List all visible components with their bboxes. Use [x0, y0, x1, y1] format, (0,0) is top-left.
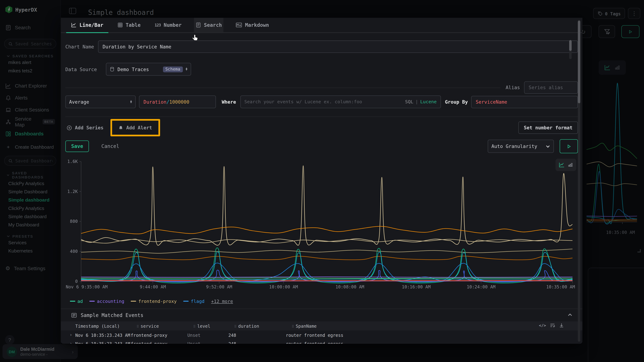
- tab-markdown[interactable]: Markdown: [234, 18, 271, 32]
- legend-item[interactable]: flagd: [183, 299, 204, 304]
- event-timestamp: Nov 6 10:35:23.243 AM: [75, 341, 131, 344]
- cancel-button[interactable]: Cancel: [102, 143, 119, 149]
- table-icon: [117, 22, 123, 28]
- collapse-section-button[interactable]: [568, 312, 572, 319]
- legend-swatch: [183, 301, 189, 302]
- schema-badge: Schema: [163, 66, 183, 72]
- chevron-up-icon: [568, 312, 572, 317]
- svg-text:Nov 6 9:35:00 AM: Nov 6 9:35:00 AM: [66, 284, 108, 289]
- legend-swatch: [70, 301, 75, 302]
- legend-item[interactable]: ad: [70, 299, 83, 304]
- event-duration: 248: [228, 341, 286, 344]
- column-header[interactable]: Timestamp (Local): [75, 324, 136, 329]
- alias-label: Alias: [506, 85, 520, 90]
- sample-events-title: Sample Matched Events: [81, 312, 144, 318]
- svg-text:0: 0: [75, 279, 78, 284]
- 123-icon: 123: [155, 23, 161, 27]
- event-row[interactable]: › Nov 6 10:35:23.243 AM frontend-proxy U…: [61, 331, 582, 339]
- data-source-select[interactable]: Demo Traces Schema ▲▼: [106, 63, 191, 76]
- download-icon[interactable]: [559, 323, 564, 328]
- where-label: Where: [222, 99, 236, 105]
- where-search-input[interactable]: Search your events w/ Lucene ex. column:…: [240, 95, 441, 108]
- where-placeholder: Search your events w/ Lucene ex. column:…: [244, 99, 403, 105]
- chevron-down-icon: [546, 144, 550, 149]
- formula-field: Duration: [144, 99, 166, 105]
- sample-events-section: Sample Matched Events Timestamp (Local) …: [61, 309, 582, 344]
- chart-name-input[interactable]: [98, 40, 578, 53]
- granularity-select[interactable]: Auto Granularity: [488, 140, 554, 153]
- chart-type-tabs: Line/Bar Table 123 Number Search Markdow…: [61, 18, 582, 33]
- markdown-icon: [236, 22, 242, 28]
- select-arrows-icon: ▲▼: [130, 100, 132, 103]
- chart-legend: ad accounting frontend-proxy flagd +12 m…: [70, 297, 578, 305]
- svg-text:10:24:00 AM: 10:24:00 AM: [467, 284, 496, 289]
- expand-row-icon[interactable]: ›: [70, 341, 75, 344]
- drag-handle-icon[interactable]: ⠿: [234, 325, 237, 328]
- data-source-label: Data Source: [65, 66, 106, 72]
- events-table-header: Timestamp (Local) ⠿service ⠿level ⠿durat…: [61, 322, 582, 331]
- drag-handle-icon[interactable]: ⠿: [193, 325, 196, 328]
- bell-icon: [118, 125, 124, 130]
- add-series-button[interactable]: Add Series: [66, 125, 104, 130]
- value-expression-input[interactable]: Duration/1000000: [139, 95, 216, 108]
- group-by-value: ServiceName: [476, 99, 507, 105]
- event-timestamp: Nov 6 10:35:23.243 AM: [75, 332, 131, 337]
- event-service: frontend-proxy: [131, 341, 188, 344]
- add-alert-button[interactable]: Add Alert: [118, 125, 152, 130]
- event-span-name: router frontend egress: [286, 341, 582, 344]
- database-icon: [110, 66, 115, 72]
- svg-text:9:44:00 AM: 9:44:00 AM: [140, 284, 166, 289]
- edit-chart-modal: Line/Bar Table 123 Number Search Markdow…: [61, 18, 582, 344]
- set-number-format-button[interactable]: Set number format: [518, 122, 578, 134]
- table-scrollbar: [569, 40, 572, 59]
- aggregation-value: Average: [69, 99, 89, 105]
- run-chart-button[interactable]: [560, 139, 578, 153]
- svg-text:1.6K: 1.6K: [67, 159, 78, 164]
- event-row[interactable]: › Nov 6 10:35:23.243 AM frontend-proxy U…: [61, 339, 582, 344]
- svg-text:1.2K: 1.2K: [67, 189, 78, 194]
- event-duration: 248: [228, 332, 286, 337]
- svg-text:10:16:00 AM: 10:16:00 AM: [402, 284, 430, 289]
- formula-number: 1000000: [169, 99, 189, 105]
- event-span-name: router frontend egress: [286, 332, 582, 337]
- tab-line-bar[interactable]: Line/Bar: [70, 18, 105, 32]
- legend-swatch: [131, 301, 136, 302]
- table-scrollbar-thumb[interactable]: [569, 40, 572, 51]
- plus-circle-icon: [66, 125, 72, 130]
- svg-text:10:08:00 AM: 10:08:00 AM: [336, 284, 364, 289]
- expand-row-icon[interactable]: ›: [70, 332, 75, 338]
- app-stage: HyperDX Search SAVED SEARCHES mikes aler…: [0, 0, 644, 362]
- drag-handle-icon[interactable]: ⠿: [292, 325, 294, 328]
- language-toggle[interactable]: SQL|Lucene: [405, 99, 437, 105]
- modal-scrollbar: [578, 20, 580, 342]
- chart-display-toggle[interactable]: [556, 159, 576, 171]
- journal-icon: [196, 22, 201, 28]
- add-alert-highlight: Add Alert: [110, 119, 160, 136]
- svg-text:10:35:00 AM: 10:35:00 AM: [546, 284, 575, 289]
- series-alias-input[interactable]: [524, 81, 578, 94]
- tab-table[interactable]: Table: [116, 18, 142, 32]
- save-button[interactable]: Save: [65, 141, 89, 152]
- play-icon: [566, 144, 571, 149]
- aggregation-select[interactable]: Average ▲▼: [65, 95, 136, 108]
- legend-more-link[interactable]: +12 more: [211, 299, 233, 304]
- group-by-input[interactable]: ServiceName: [471, 96, 578, 108]
- modal-scrollbar-thumb[interactable]: [578, 21, 580, 103]
- chart-area: 04008001.2K1.6KNov 6 9:35:00 AM9:44:00 A…: [65, 158, 578, 295]
- legend-item[interactable]: frontend-proxy: [131, 299, 177, 304]
- drag-handle-icon[interactable]: ⠿: [136, 325, 139, 328]
- column-header[interactable]: ⠿service: [136, 324, 193, 329]
- legend-item[interactable]: accounting: [90, 299, 124, 304]
- event-level: Unset: [187, 332, 228, 337]
- code-icon[interactable]: </>: [539, 323, 546, 328]
- line-chart-icon: [559, 162, 564, 168]
- column-header[interactable]: ⠿duration: [234, 324, 292, 329]
- tab-search[interactable]: Search: [194, 18, 224, 32]
- event-level: Unset: [187, 341, 228, 344]
- chart-name-label: Chart Name: [65, 44, 98, 49]
- tab-number[interactable]: 123 Number: [153, 18, 183, 32]
- wrap-lines-icon[interactable]: [550, 323, 555, 328]
- data-source-value: Demo Traces: [118, 66, 160, 72]
- group-by-label: Group By: [445, 99, 468, 105]
- column-header[interactable]: ⠿level: [193, 324, 234, 329]
